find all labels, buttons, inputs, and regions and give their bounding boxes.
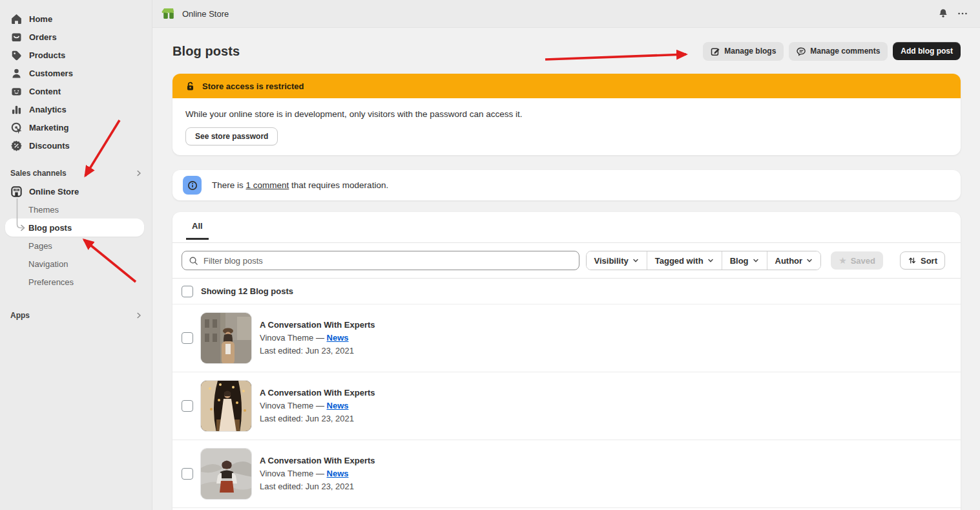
tabs-row: All bbox=[172, 212, 961, 243]
comment-moderation-link[interactable]: 1 comment bbox=[246, 180, 289, 190]
sidebar-item-pages[interactable]: Pages bbox=[0, 237, 152, 255]
sidebar-item-themes[interactable]: Themes bbox=[0, 200, 152, 218]
sidebar-item-blog-posts[interactable]: Blog posts bbox=[5, 218, 144, 237]
manage-blogs-label: Manage blogs bbox=[724, 47, 776, 56]
sidebar-section-sales-channels[interactable]: Sales channels bbox=[0, 164, 152, 182]
storefront-icon bbox=[162, 6, 176, 21]
saved-button[interactable]: ★ Saved bbox=[831, 251, 883, 270]
tab-all[interactable]: All bbox=[186, 221, 209, 240]
bell-icon bbox=[937, 8, 949, 19]
info-icon bbox=[187, 180, 198, 191]
tagged-with-filter-button[interactable]: Tagged with bbox=[647, 251, 722, 270]
sidebar-item-products[interactable]: Products bbox=[0, 46, 152, 64]
store-access-banner: Store access is restricted While your on… bbox=[172, 74, 961, 155]
apps-label: Apps bbox=[10, 311, 30, 320]
star-icon: ★ bbox=[839, 255, 847, 266]
sidebar-item-customers[interactable]: Customers bbox=[0, 64, 152, 82]
preferences-label: Preferences bbox=[28, 277, 74, 287]
sidebar-item-label: Content bbox=[29, 87, 61, 96]
products-icon bbox=[10, 49, 23, 61]
manage-blogs-button[interactable]: Manage blogs bbox=[703, 42, 784, 60]
blog-post-meta: Vinova Theme — News bbox=[260, 467, 375, 480]
topbar-app-title: Online Store bbox=[182, 9, 229, 19]
page-title: Blog posts bbox=[172, 44, 240, 59]
info-chip bbox=[183, 176, 202, 195]
row-checkbox[interactable] bbox=[182, 400, 193, 412]
lock-icon bbox=[185, 81, 196, 92]
sidebar-item-navigation[interactable]: Navigation bbox=[0, 255, 152, 273]
discounts-icon bbox=[10, 140, 23, 152]
tagged-with-filter-label: Tagged with bbox=[655, 256, 704, 266]
sort-button[interactable]: Sort bbox=[900, 251, 945, 270]
marketing-icon bbox=[10, 122, 23, 134]
header-actions: Manage blogs Manage comments Add blog po… bbox=[703, 42, 961, 60]
sort-arrows-icon bbox=[908, 256, 917, 265]
filter-blog-posts-input[interactable] bbox=[203, 256, 572, 266]
blog-post-row[interactable]: A Conversation With Experts Vinova Theme… bbox=[172, 304, 961, 372]
sales-channels-label: Sales channels bbox=[10, 169, 67, 178]
blog-posts-card: All Visibility Tagged with Blog bbox=[172, 212, 961, 510]
sidebar-item-label: Orders bbox=[29, 32, 57, 42]
sidebar-item-orders[interactable]: Orders bbox=[0, 28, 152, 46]
select-all-checkbox[interactable] bbox=[182, 286, 193, 297]
store-access-banner-text: While your online store is in developmen… bbox=[185, 109, 948, 119]
sidebar-item-label: Products bbox=[29, 50, 65, 60]
blog-post-theme: Vinova Theme — bbox=[260, 469, 327, 478]
manage-comments-label: Manage comments bbox=[810, 47, 880, 56]
blog-post-row[interactable]: A Conversation With Experts Vinova Theme… bbox=[172, 440, 961, 508]
add-blog-post-button[interactable]: Add blog post bbox=[893, 42, 961, 60]
blog-filter-button[interactable]: Blog bbox=[722, 251, 767, 270]
blog-news-link[interactable]: News bbox=[327, 469, 349, 478]
topbar: Online Store bbox=[152, 0, 980, 28]
blog-post-last-edited: Last edited: Jun 23, 2021 bbox=[260, 480, 375, 493]
sidebar-item-home[interactable]: Home bbox=[0, 10, 152, 28]
sidebar-item-content[interactable]: Content bbox=[0, 82, 152, 100]
notifications-button[interactable] bbox=[933, 4, 953, 23]
add-blog-post-label: Add blog post bbox=[901, 47, 953, 56]
filter-search-box[interactable] bbox=[182, 251, 579, 270]
blog-news-link[interactable]: News bbox=[327, 333, 349, 343]
author-filter-button[interactable]: Author bbox=[767, 251, 821, 270]
blog-post-thumbnail bbox=[200, 380, 252, 432]
themes-label: Themes bbox=[28, 205, 59, 215]
chevron-down-icon bbox=[632, 257, 639, 264]
blog-post-thumbnail bbox=[200, 448, 252, 500]
moderation-text-before: There is bbox=[212, 180, 246, 190]
see-store-password-button[interactable]: See store password bbox=[185, 127, 278, 145]
storefront-outline-icon bbox=[10, 186, 23, 198]
blog-post-info: A Conversation With Experts Vinova Theme… bbox=[260, 454, 375, 493]
sidebar-item-label: Home bbox=[29, 14, 52, 24]
blog-posts-label: Blog posts bbox=[28, 223, 72, 233]
sidebar-item-preferences[interactable]: Preferences bbox=[0, 273, 152, 291]
more-options-button[interactable] bbox=[953, 4, 972, 23]
blog-news-link[interactable]: News bbox=[327, 401, 349, 410]
sidebar-item-analytics[interactable]: Analytics bbox=[0, 100, 152, 118]
row-checkbox[interactable] bbox=[182, 332, 193, 344]
row-checkbox[interactable] bbox=[182, 468, 193, 480]
visibility-filter-button[interactable]: Visibility bbox=[587, 251, 647, 270]
analytics-icon bbox=[10, 103, 23, 116]
sidebar-section-apps[interactable]: Apps bbox=[0, 306, 152, 324]
page-header: Blog posts Manage blogs Manage comments … bbox=[172, 42, 961, 60]
blog-post-title: A Conversation With Experts bbox=[260, 319, 375, 332]
home-icon bbox=[10, 13, 23, 25]
horizontal-dots-icon bbox=[957, 8, 968, 19]
navigation-label: Navigation bbox=[28, 259, 68, 269]
moderation-banner-text: There is 1 comment that requires moderat… bbox=[212, 180, 388, 190]
chevron-right-icon bbox=[135, 169, 143, 177]
blog-post-theme: Vinova Theme — bbox=[260, 333, 327, 343]
blog-filter-label: Blog bbox=[730, 256, 749, 266]
manage-comments-button[interactable]: Manage comments bbox=[789, 42, 888, 60]
pages-label: Pages bbox=[28, 241, 52, 251]
sidebar-item-discounts[interactable]: Discounts bbox=[0, 136, 152, 154]
sidebar-item-online-store[interactable]: Online Store bbox=[0, 182, 152, 200]
list-header-row: Showing 12 Blog posts bbox=[172, 279, 961, 304]
chevron-down-icon bbox=[707, 257, 714, 264]
orders-icon bbox=[10, 31, 23, 43]
blog-post-meta: Vinova Theme — News bbox=[260, 399, 375, 412]
blog-post-info: A Conversation With Experts Vinova Theme… bbox=[260, 387, 375, 425]
sidebar-item-label: Marketing bbox=[29, 123, 68, 133]
sidebar-item-marketing[interactable]: Marketing bbox=[0, 118, 152, 136]
blog-post-title: A Conversation With Experts bbox=[260, 387, 375, 399]
blog-post-row[interactable]: A Conversation With Experts Vinova Theme… bbox=[172, 372, 961, 440]
